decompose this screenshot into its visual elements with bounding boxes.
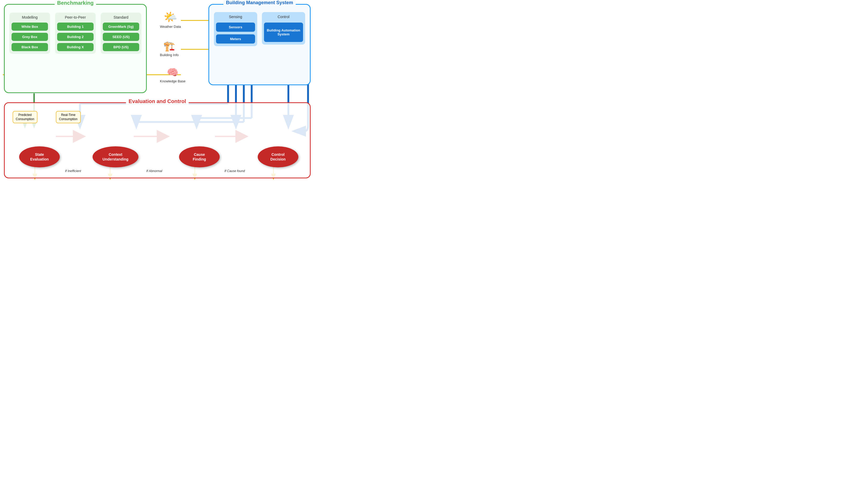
bms-box: Building Management System Sensing Senso… bbox=[208, 4, 311, 85]
if-abnormal-label: If Abnormal bbox=[146, 169, 162, 173]
greybox-item: Grey Box bbox=[12, 33, 48, 41]
peer-title: Peer-to-Peer bbox=[57, 15, 94, 19]
eval-box: Evaluation and Control Predicted Consump… bbox=[4, 102, 311, 178]
greenmark-item: GreenMark (Sg) bbox=[103, 23, 139, 31]
modelling-title: Modelling bbox=[12, 15, 48, 19]
building1-item: Building 1 bbox=[57, 23, 94, 31]
meters-item: Meters bbox=[216, 34, 255, 44]
whitebox-item: White Box bbox=[12, 23, 48, 31]
buildingx-item: Building X bbox=[57, 43, 94, 51]
if-inefficient-label: If Inefficient bbox=[65, 169, 81, 173]
seed-item: SEED (US) bbox=[103, 33, 139, 41]
eval-title: Evaluation and Control bbox=[126, 98, 189, 104]
bas-item: Building Automation System bbox=[264, 23, 303, 42]
benchmarking-title: Benchmarking bbox=[55, 0, 96, 6]
context-understanding-node: Context Understanding bbox=[93, 146, 138, 167]
knowledge-label: Knowledge Base bbox=[160, 79, 186, 83]
bpd-item: BPD (US) bbox=[103, 43, 139, 51]
bim-icon: 🏗️ bbox=[163, 41, 175, 52]
peer-column: Peer-to-Peer Building 1 Building 2 Build… bbox=[55, 13, 96, 54]
if-cause-found-label: If Cause found bbox=[225, 169, 245, 173]
sensing-column: Sensing Sensors Meters bbox=[214, 12, 257, 46]
weather-label: Weather Data bbox=[160, 25, 181, 29]
predicted-consumption-label: Predicted Consumption bbox=[13, 111, 37, 123]
knowledge-icon: 🧠 bbox=[167, 67, 178, 78]
diagram-container: Benchmarking Modelling White Box Grey Bo… bbox=[0, 0, 315, 181]
building2-item: Building 2 bbox=[57, 33, 94, 41]
building-info-group: 🏗️ Building Info bbox=[160, 41, 179, 57]
control-title: Control bbox=[264, 15, 303, 19]
knowledge-base-group: 🧠 Knowledge Base bbox=[160, 67, 186, 83]
bim-label: Building Info bbox=[160, 53, 179, 57]
control-decision-node: Control Decision bbox=[258, 146, 299, 167]
state-evaluation-node: State Evaluation bbox=[19, 146, 60, 167]
sensors-item: Sensors bbox=[216, 23, 255, 32]
weather-data-group: 🌤️ Weather Data bbox=[160, 10, 181, 29]
standard-column: Standard GreenMark (Sg) SEED (US) BPD (U… bbox=[101, 13, 141, 54]
blackbox-item: Black Box bbox=[12, 43, 48, 51]
modelling-column: Modelling White Box Grey Box Black Box bbox=[9, 13, 50, 54]
control-column: Control Building Automation System bbox=[262, 12, 305, 45]
standard-title: Standard bbox=[103, 15, 139, 19]
cause-finding-node: Cause Finding bbox=[179, 146, 220, 167]
realtime-consumption-label: Real-Time Consumption bbox=[56, 111, 81, 123]
benchmarking-box: Benchmarking Modelling White Box Grey Bo… bbox=[4, 4, 147, 93]
sensing-title: Sensing bbox=[216, 15, 255, 19]
bms-title: Building Management System bbox=[223, 0, 296, 6]
weather-icon: 🌤️ bbox=[164, 10, 177, 23]
